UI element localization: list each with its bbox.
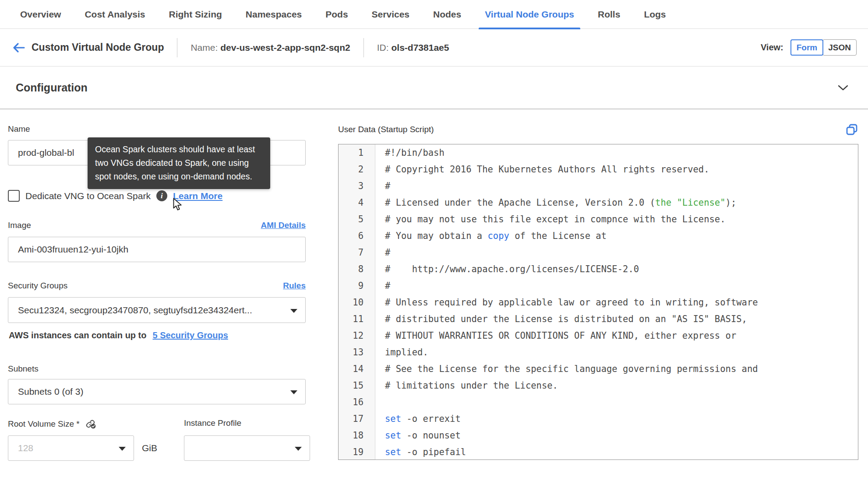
- dedicate-vng-row: Dedicate VNG to Ocean Spark i Learn More: [8, 190, 222, 202]
- view-label: View:: [761, 42, 783, 53]
- user-data-editor[interactable]: 1#!/bin/bash2# Copyright 2016 The Kubern…: [338, 144, 858, 460]
- image-field-label: Image: [8, 221, 31, 230]
- tab-bar: OverviewCost AnalysisRight SizingNamespa…: [0, 0, 868, 29]
- gib-unit-label: GiB: [142, 443, 157, 453]
- subnets-select[interactable]: Subnets 0 (of 3): [8, 379, 306, 404]
- vng-name: Name:dev-us-west-2-app-sqn2-sqn2: [191, 42, 350, 53]
- code-text: #!/bin/bash: [375, 144, 445, 161]
- line-number: 15: [339, 377, 375, 394]
- line-number: 5: [339, 211, 375, 228]
- line-number: 18: [339, 427, 375, 444]
- back-button[interactable]: [11, 41, 26, 54]
- code-body: 1#!/bin/bash2# Copyright 2016 The Kubern…: [339, 144, 858, 460]
- image-input[interactable]: Ami-003fruuen12-yui-10jkh: [8, 237, 306, 262]
- code-line: 16: [339, 394, 858, 410]
- code-line: 4# Licensed under the Apache License, Ve…: [339, 194, 858, 211]
- ocean-spark-tooltip: Ocean Spark clusters should have at leas…: [88, 137, 270, 189]
- tab-cost-analysis[interactable]: Cost Analysis: [85, 0, 145, 29]
- collapse-section-button[interactable]: [836, 81, 850, 94]
- section-title: Configuration: [16, 81, 88, 94]
- code-text: set -o pipefail: [375, 444, 466, 460]
- tab-namespaces[interactable]: Namespaces: [246, 0, 302, 29]
- configuration-section-header: Configuration: [0, 67, 868, 109]
- root-volume-label: Root Volume Size *: [8, 419, 80, 429]
- code-text: # distributed under the License is distr…: [375, 311, 747, 327]
- name-input-value: prod-global-bl: [18, 147, 74, 158]
- tab-overview[interactable]: Overview: [20, 0, 61, 29]
- instance-profile-select[interactable]: [184, 435, 310, 461]
- code-line: 1#!/bin/bash: [339, 144, 858, 161]
- root-volume-label-row: Root Volume Size *: [8, 418, 131, 429]
- code-text: # WITHOUT WARRANTIES OR CONDITIONS OF AN…: [375, 327, 736, 344]
- copy-button[interactable]: [845, 123, 858, 136]
- chevron-down-icon: [838, 85, 848, 91]
- page-title: Custom Virtual Node Group: [32, 42, 164, 53]
- code-line: 11# distributed under the License is dis…: [339, 311, 858, 327]
- caret-down-icon: [290, 309, 297, 313]
- code-text: # Licensed under the Apache License, Ver…: [375, 194, 736, 211]
- tab-pods[interactable]: Pods: [325, 0, 348, 29]
- code-text: #: [375, 178, 390, 194]
- line-number: 17: [339, 410, 375, 427]
- user-data-label: User Data (Startup Script): [338, 125, 434, 134]
- view-toggle: Form JSON: [790, 39, 857, 56]
- name-field-label: Name: [8, 124, 30, 134]
- code-line: 2# Copyright 2016 The Kubernetes Authors…: [339, 161, 858, 178]
- tab-right-sizing[interactable]: Right Sizing: [169, 0, 222, 29]
- tab-virtual-node-groups[interactable]: Virtual Node Groups: [485, 0, 574, 29]
- detail-header: Custom Virtual Node Group Name:dev-us-we…: [0, 29, 868, 67]
- view-json-button[interactable]: JSON: [822, 39, 857, 56]
- code-line: 10# Unless required by applicable law or…: [339, 294, 858, 311]
- code-text: set -o nounset: [375, 427, 461, 444]
- code-text: # Copyright 2016 The Kubernetes Authors …: [375, 161, 709, 178]
- tab-rolls[interactable]: Rolls: [598, 0, 620, 29]
- five-security-groups-link[interactable]: 5 Security Groups: [153, 330, 228, 340]
- code-line: 3#: [339, 178, 858, 194]
- root-volume-placeholder: 128: [18, 443, 33, 453]
- security-groups-label-row: Security Groups Rules: [8, 281, 306, 291]
- image-input-value: Ami-003fruuen12-yui-10jkh: [18, 244, 128, 255]
- virtual-node-group-page: OverviewCost AnalysisRight SizingNamespa…: [0, 0, 868, 477]
- ami-details-link[interactable]: AMI Details: [261, 221, 306, 230]
- line-number: 12: [339, 327, 375, 344]
- code-text: # you may not use this file except in co…: [375, 211, 726, 228]
- rules-link[interactable]: Rules: [283, 281, 306, 291]
- tab-services[interactable]: Services: [372, 0, 409, 29]
- line-number: 6: [339, 228, 375, 244]
- root-volume-size-select[interactable]: 128: [8, 435, 134, 461]
- code-text: set -o errexit: [375, 410, 461, 427]
- user-data-header: User Data (Startup Script): [338, 123, 858, 136]
- line-number: 14: [339, 361, 375, 377]
- code-line: 12# WITHOUT WARRANTIES OR CONDITIONS OF …: [339, 327, 858, 344]
- line-number: 4: [339, 194, 375, 211]
- line-number: 9: [339, 277, 375, 294]
- security-groups-value: Secu12324, secgroup23470870, segtuyfsd12…: [18, 305, 252, 316]
- mouse-cursor-icon: [172, 198, 183, 211]
- tab-nodes[interactable]: Nodes: [433, 0, 461, 29]
- view-form-button[interactable]: Form: [790, 39, 824, 56]
- dedicate-vng-checkbox[interactable]: [8, 190, 20, 202]
- security-groups-select[interactable]: Secu12324, secgroup23470870, segtuyfsd12…: [8, 297, 306, 323]
- caret-down-icon: [290, 390, 297, 394]
- dedicate-vng-label: Dedicate VNG to Ocean Spark: [25, 191, 151, 201]
- code-line: 9#: [339, 277, 858, 294]
- subnets-label: Subnets: [8, 364, 39, 374]
- code-line: 5# you may not use this file except in c…: [339, 211, 858, 228]
- info-icon[interactable]: i: [156, 190, 167, 201]
- caret-down-icon: [295, 447, 302, 451]
- tooltip-text: Ocean Spark clusters should have at leas…: [95, 144, 255, 181]
- code-line: 17set -o errexit: [339, 410, 858, 427]
- header-divider: [363, 38, 364, 57]
- line-number: 3: [339, 178, 375, 194]
- instance-profile-label: Instance Profile: [184, 418, 241, 428]
- code-text: # http://www.apache.org/licenses/LICENSE…: [375, 261, 639, 277]
- code-text: # See the License for the specific langu…: [375, 361, 758, 377]
- link-check-icon: [85, 418, 97, 429]
- caret-down-icon: [119, 447, 126, 451]
- security-groups-label: Security Groups: [8, 281, 67, 291]
- code-line: 14# See the License for the specific lan…: [339, 361, 858, 377]
- code-text: # Unless required by applicable law or a…: [375, 294, 758, 311]
- tab-logs[interactable]: Logs: [644, 0, 666, 29]
- line-number: 7: [339, 244, 375, 261]
- security-groups-helper: AWS instances can contain up to 5 Securi…: [9, 330, 307, 340]
